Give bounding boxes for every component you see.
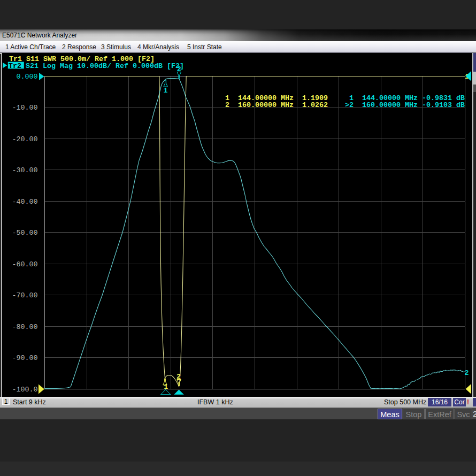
- svg-text:>2 160.00000 MHz -0.9103 dB: >2 160.00000 MHz -0.9103 dB: [345, 101, 465, 109]
- svg-text:2 160.00000 MHz 1.0262: 2 160.00000 MHz 1.0262: [225, 101, 328, 109]
- svg-text:-40.00: -40.00: [12, 198, 38, 206]
- svg-text:2: 2: [465, 369, 469, 377]
- svg-text:-30.00: -30.00: [12, 166, 38, 174]
- svg-text:-20.00: -20.00: [12, 135, 38, 143]
- svg-text:-90.00: -90.00: [12, 354, 38, 362]
- svg-text:1: 1: [164, 87, 168, 95]
- svg-text:-80.00: -80.00: [12, 323, 38, 331]
- svg-text:2: 2: [176, 373, 181, 381]
- svg-text:2: 2: [177, 65, 181, 73]
- svg-text:-100.0: -100.0: [12, 386, 38, 394]
- svg-text:-50.00: -50.00: [12, 229, 38, 237]
- svg-text:Tr2 S21 Log Mag 10.00dB/ Ref 0: Tr2 S21 Log Mag 10.00dB/ Ref 0.000dB [F2…: [9, 62, 184, 70]
- svg-text:-70.00: -70.00: [12, 291, 38, 300]
- svg-text:Tr2: Tr2: [9, 62, 21, 70]
- svg-text:-10.00: -10.00: [12, 104, 38, 112]
- svg-text:-60.00: -60.00: [12, 260, 38, 268]
- svg-text:0.000: 0.000: [17, 73, 38, 81]
